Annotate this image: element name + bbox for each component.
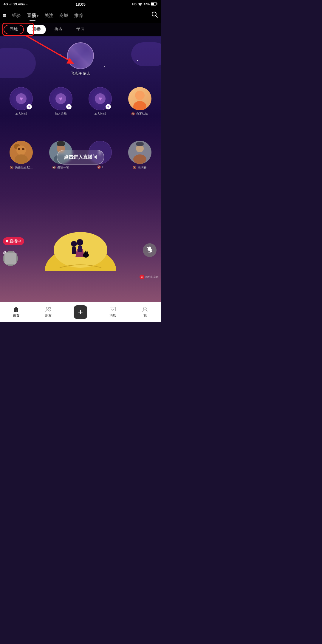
svg-point-37 bbox=[49, 307, 51, 309]
participant-avatar-elder bbox=[128, 141, 151, 164]
mute-icon bbox=[146, 246, 153, 254]
messages-icon bbox=[109, 306, 116, 313]
status-time: 18:05 bbox=[75, 2, 85, 7]
bottom-nav-home-label: 首页 bbox=[13, 313, 19, 318]
moon-shape bbox=[42, 232, 119, 272]
nav-item-recommend[interactable]: 推荐 bbox=[71, 13, 86, 18]
home-icon bbox=[13, 306, 19, 313]
participant-name-r: 🔇 r bbox=[97, 165, 103, 169]
live-caret: ▾ bbox=[37, 14, 38, 18]
svg-point-30 bbox=[83, 253, 89, 258]
bottom-nav-messages[interactable]: 消息 bbox=[97, 306, 129, 318]
svg-rect-1 bbox=[157, 3, 157, 5]
svg-point-25 bbox=[71, 241, 77, 247]
bg-star-1 bbox=[60, 54, 61, 55]
friends-icon bbox=[45, 306, 52, 313]
broadcaster-area: 飞燕许 依儿 bbox=[67, 42, 94, 76]
bg-cloud-right bbox=[131, 42, 161, 66]
muted-icon-4: 🔇 bbox=[131, 112, 135, 115]
participant-name-man: 🔇 孤独一客 bbox=[52, 165, 69, 170]
svg-rect-34 bbox=[4, 253, 16, 264]
svg-point-14 bbox=[22, 148, 24, 150]
svg-point-27 bbox=[77, 239, 83, 246]
speed-text: 29.4K/s bbox=[13, 2, 25, 6]
sub-tab-hot[interactable]: 热点 bbox=[49, 25, 68, 34]
participant-avatar-join-1: ♥ + bbox=[10, 87, 33, 110]
bottom-nav-me-label: 我 bbox=[143, 313, 147, 318]
nav-item-live[interactable]: 直播▾ bbox=[24, 13, 41, 19]
heart-icon-3: ♥ bbox=[95, 93, 106, 104]
live-badge-dot bbox=[6, 240, 8, 242]
participant-join-1[interactable]: ♥ + 加入连线 bbox=[3, 87, 40, 116]
participant-join-2[interactable]: ♥ + 加入连线 bbox=[43, 87, 79, 116]
live-content-area: 飞燕许 依儿 ♥ + 加入连线 ♥ + 加入连线 bbox=[0, 36, 161, 302]
svg-point-11 bbox=[16, 145, 26, 155]
plus-icon-2: + bbox=[66, 104, 72, 109]
status-bar: 4G ·ıll 29.4K/s ··· 18:05 HD 47% bbox=[0, 0, 161, 8]
svg-rect-22 bbox=[136, 142, 144, 146]
bottom-nav-messages-label: 消息 bbox=[109, 313, 116, 318]
participant-avatar-join-2: ♥ + bbox=[49, 87, 72, 110]
search-icon[interactable] bbox=[151, 11, 158, 20]
click-enter-button[interactable]: 点击进入直播间 bbox=[57, 150, 104, 165]
watermark-text: 简约安卓网 bbox=[145, 275, 159, 279]
plus-icon-1: + bbox=[27, 104, 32, 109]
bottom-nav-add[interactable]: + bbox=[64, 305, 97, 319]
broadcaster-name: 飞燕许 依儿 bbox=[71, 71, 90, 76]
sub-tab-study[interactable]: 学习 bbox=[71, 25, 90, 34]
svg-line-4 bbox=[156, 16, 157, 17]
participant-join-3[interactable]: ♥ + 加入连线 bbox=[82, 87, 119, 116]
nav-item-experience[interactable]: 经验 bbox=[9, 13, 24, 18]
nav-item-follow[interactable]: 关注 bbox=[41, 13, 56, 18]
participants-grid-row1: ♥ + 加入连线 ♥ + 加入连线 ♥ + 加入连线 bbox=[3, 87, 158, 116]
participant-avatar-child bbox=[128, 87, 151, 110]
bottom-nav-home[interactable]: 首页 bbox=[0, 306, 32, 318]
watermark: 安 简约安卓网 bbox=[140, 275, 159, 279]
hd-label: HD bbox=[132, 3, 137, 6]
bg-star-2 bbox=[104, 66, 105, 67]
sub-tab-live[interactable]: 直播 bbox=[27, 25, 46, 34]
bottom-nav-friends-label: 朋友 bbox=[45, 313, 52, 318]
participant-name-join-1: 加入连线 bbox=[15, 112, 27, 116]
heart-icon-1: ♥ bbox=[16, 93, 27, 104]
muted-icon-7: 🔇 bbox=[97, 165, 101, 169]
top-navigation: ≡ 经验 直播▾ 关注 商城 推荐 bbox=[0, 8, 161, 23]
watermark-logo: 安 bbox=[140, 275, 144, 279]
battery-text: 47% bbox=[144, 3, 150, 6]
menu-icon[interactable]: ≡ bbox=[3, 13, 7, 18]
svg-rect-2 bbox=[151, 3, 154, 5]
signal-text: 4G bbox=[4, 2, 8, 6]
svg-point-13 bbox=[18, 148, 20, 150]
nav-items: 经验 直播▾ 关注 商城 推荐 bbox=[9, 13, 151, 19]
participant-avatar-join-3: ♥ + bbox=[89, 87, 112, 110]
bg-star-4 bbox=[137, 60, 138, 61]
muted-icon-8: 🔇 bbox=[133, 166, 136, 169]
participant-elder[interactable]: 🔇 高明祥 bbox=[122, 141, 158, 170]
participant-name-join-2: 加入连线 bbox=[55, 112, 67, 116]
wifi-icon bbox=[138, 2, 143, 6]
bottom-nav-me[interactable]: 我 bbox=[129, 306, 161, 318]
bg-cloud-left bbox=[0, 48, 36, 78]
svg-point-12 bbox=[15, 154, 28, 164]
plus-icon-3: + bbox=[106, 104, 111, 109]
sub-tab-nearby[interactable]: 同城 bbox=[4, 25, 24, 34]
broadcaster-avatar-image bbox=[68, 43, 93, 69]
bottom-nav-friends[interactable]: 朋友 bbox=[32, 306, 64, 318]
participant-name-animal: 🔇 历史性贡献… bbox=[10, 165, 33, 170]
participant-animal[interactable]: 🔇 历史性贡献… bbox=[3, 141, 40, 170]
svg-point-21 bbox=[133, 154, 146, 164]
live-badge: 直播中 bbox=[3, 237, 24, 245]
sub-navigation: 同城 直播 热点 学习 bbox=[0, 23, 161, 36]
muted-icon-5: 🔇 bbox=[10, 166, 13, 169]
svg-point-8 bbox=[133, 101, 146, 110]
heart-icon-2: ♥ bbox=[55, 93, 66, 104]
mute-button[interactable] bbox=[143, 243, 157, 257]
nav-item-mall[interactable]: 商城 bbox=[56, 13, 71, 18]
dots: ··· bbox=[26, 2, 28, 6]
add-icon: + bbox=[74, 305, 87, 319]
moon-scene bbox=[39, 206, 122, 272]
signal-bars: ·ıll bbox=[9, 2, 13, 6]
participant-child[interactable]: 🔇 永不认输 bbox=[122, 87, 158, 116]
svg-rect-29 bbox=[78, 246, 82, 252]
battery-icon bbox=[151, 2, 157, 6]
